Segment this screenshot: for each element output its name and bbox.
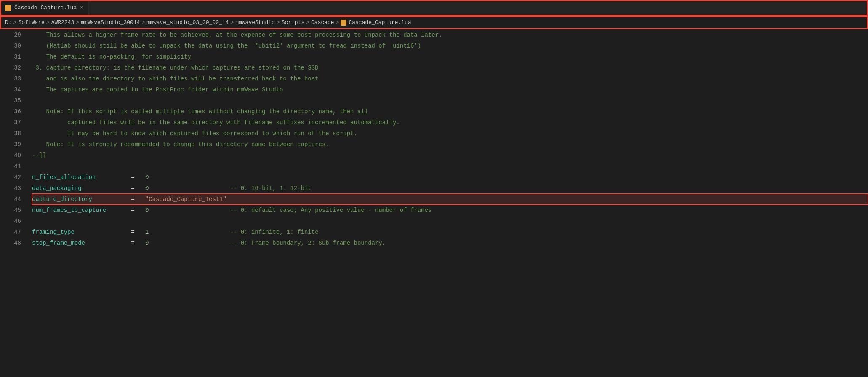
- code-text-43-spaces3: [149, 183, 230, 194]
- ln-42: 42: [0, 172, 21, 183]
- code-text-44-spaces: [92, 194, 131, 205]
- tab-filename: Cascade_Capture.lua: [14, 5, 77, 11]
- editor-container: Cascade_Capture.lua × D: > SoftWare > AW…: [0, 0, 868, 377]
- code-text-48-comment: -- 0: Frame boundary, 2: Sub-frame bound…: [230, 238, 386, 249]
- breadcrumb-filename: Cascade_Capture.lua: [349, 19, 411, 26]
- code-text-45-comment: -- 0: default case; Any positive value -…: [230, 205, 432, 216]
- breadcrumb-sep-3: >: [142, 19, 145, 26]
- code-text-47-spaces3: [149, 227, 230, 238]
- breadcrumb-sep-6: >: [306, 19, 309, 26]
- code-text-47-spaces2: [135, 227, 145, 238]
- code-text-30e: instead: [350, 40, 375, 51]
- code-text-42-val: 0: [145, 172, 149, 183]
- code-text-40: --]]: [32, 150, 46, 161]
- code-text-42-spaces2: [135, 172, 145, 183]
- breadcrumb-item-0[interactable]: D:: [5, 19, 12, 26]
- breadcrumb-item-7[interactable]: Cascade: [311, 19, 334, 26]
- code-text-43-eq: =: [131, 183, 134, 194]
- ln-46: 46: [0, 216, 21, 227]
- code-line-48: stop_frame_mode = 0 -- 0: Frame boundary…: [32, 238, 868, 249]
- code-line-44: capture_directory = "Cascade_Capture_Tes…: [32, 194, 868, 205]
- code-text-45-val: 0: [145, 205, 149, 216]
- line-numbers: 29 30 31 32 33 34 35 36 37 38 39 40 41 4…: [0, 29, 25, 377]
- code-text-33: and is also the directory to which files…: [32, 73, 319, 84]
- code-line-41: [32, 161, 868, 172]
- code-line-42: n_files_allocation = 0: [32, 172, 868, 183]
- code-line-40: --]]: [32, 150, 868, 161]
- breadcrumb-item-2[interactable]: AWR2243: [51, 19, 75, 26]
- code-text-42-var: n_files_allocation: [32, 172, 96, 183]
- ln-29: 29: [0, 29, 21, 40]
- ln-41: 41: [0, 161, 21, 172]
- code-text-39: Note: It is strongly recommended to chan…: [32, 139, 329, 150]
- code-text-37: captured files will be in the same direc…: [32, 117, 400, 128]
- ln-35: 35: [0, 95, 21, 106]
- code-text-47-var: framing_type: [32, 227, 75, 238]
- ln-45: 45: [0, 205, 21, 216]
- breadcrumb-item-3[interactable]: mmWaveStudio_30014: [81, 19, 140, 26]
- code-text-43-comment: -- 0: 16-bit, 1: 12-bit: [230, 183, 312, 194]
- code-text-47-spaces: [75, 227, 131, 238]
- breadcrumb-item-4[interactable]: mmwave_studio_03_00_00_14: [146, 19, 229, 26]
- code-text-45-var: num_frames_to_capture: [32, 205, 106, 216]
- breadcrumb-sep-1: >: [46, 19, 50, 26]
- code-line-47: framing_type = 1 -- 0: infinite, 1: fini…: [32, 227, 868, 238]
- code-line-36: Note: If this script is called multiple …: [32, 106, 868, 117]
- code-text-30b: *ubit12' argument: [255, 40, 318, 51]
- code-text-42-eq: =: [131, 172, 134, 183]
- code-line-37: captured files will be in the same direc…: [32, 117, 868, 128]
- code-text-30f: of 'uint16'): [375, 40, 421, 51]
- code-line-46: [32, 216, 868, 227]
- code-text-36: Note: If this script is called multiple …: [32, 106, 368, 117]
- ln-44: 44: [0, 194, 21, 205]
- code-text-45-eq: =: [131, 205, 134, 216]
- breadcrumb-sep-7: >: [336, 19, 339, 26]
- code-text-48-spaces: [85, 238, 131, 249]
- code-text-30: (Matlab should still be able to unpack t…: [32, 40, 255, 51]
- ln-32: 32: [0, 62, 21, 73]
- code-text-48-spaces2: [135, 238, 145, 249]
- code-text-43-var: data_packaging: [32, 183, 82, 194]
- breadcrumb-sep-5: >: [277, 19, 280, 26]
- code-text-32: 3. capture_directory: is the filename un…: [32, 62, 319, 73]
- ln-34: 34: [0, 84, 21, 95]
- ln-39: 39: [0, 139, 21, 150]
- breadcrumb-sep-0: >: [13, 19, 17, 26]
- code-text-42-spaces: [96, 172, 131, 183]
- breadcrumb-item-1[interactable]: SoftWare: [18, 19, 44, 26]
- ln-43: 43: [0, 183, 21, 194]
- code-text-44-spaces2: [135, 194, 145, 205]
- code-content: This allows a higher frame rate to be ac…: [25, 29, 868, 377]
- code-line-39: Note: It is strongly recommended to chan…: [32, 139, 868, 150]
- code-line-32: 3. capture_directory: is the filename un…: [32, 62, 868, 73]
- tab-close-button[interactable]: ×: [80, 5, 83, 11]
- breadcrumb-item-6[interactable]: Scripts: [282, 19, 305, 26]
- code-area: 29 30 31 32 33 34 35 36 37 38 39 40 41 4…: [0, 29, 868, 377]
- code-line-43: data_packaging = 0 -- 0: 16-bit, 1: 12-b…: [32, 183, 868, 194]
- code-line-30: (Matlab should still be able to unpack t…: [32, 40, 868, 51]
- code-text-29: This allows a higher frame rate to be ac…: [32, 29, 442, 40]
- active-tab[interactable]: Cascade_Capture.lua ×: [0, 0, 88, 16]
- code-text-44-eq: =: [131, 194, 134, 205]
- ln-31: 31: [0, 51, 21, 62]
- code-text-30d: fread: [325, 40, 350, 51]
- code-text-45-spaces2: [135, 205, 145, 216]
- breadcrumb-item-5[interactable]: mmWaveStudio: [235, 19, 275, 26]
- ln-36: 36: [0, 106, 21, 117]
- code-text-43-spaces2: [135, 183, 145, 194]
- code-line-45: num_frames_to_capture = 0 -- 0: default …: [32, 205, 868, 216]
- tab-file-icon: [5, 5, 11, 11]
- code-text-48-spaces3: [149, 238, 230, 249]
- ln-30: 30: [0, 40, 21, 51]
- code-text-48-val: 0: [145, 238, 149, 249]
- code-text-47-comment: -- 0: infinite, 1: finite: [230, 227, 319, 238]
- breadcrumb-last-item[interactable]: Cascade_Capture.lua: [341, 19, 411, 26]
- code-text-47-eq: =: [131, 227, 134, 238]
- code-text-30c: to: [319, 40, 326, 51]
- code-line-29: This allows a higher frame rate to be ac…: [32, 29, 868, 40]
- code-line-38: It may be hard to know which captured fi…: [32, 128, 868, 139]
- code-text-34: The captures are copied to the PostProc …: [32, 84, 283, 95]
- ln-33: 33: [0, 73, 21, 84]
- code-text-48-eq: =: [131, 238, 134, 249]
- ln-38: 38: [0, 128, 21, 139]
